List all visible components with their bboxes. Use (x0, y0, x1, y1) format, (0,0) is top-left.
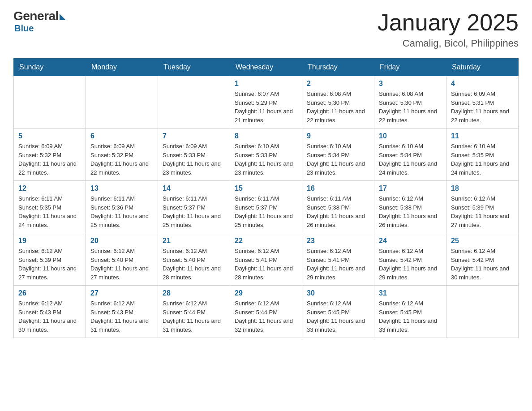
page-header: General Blue January 2025 Camalig, Bicol… (13, 9, 519, 49)
calendar-cell: 15Sunrise: 6:11 AM Sunset: 5:37 PM Dayli… (230, 181, 302, 233)
calendar-table: SundayMondayTuesdayWednesdayThursdayFrid… (13, 58, 519, 338)
day-info: Sunrise: 6:12 AM Sunset: 5:39 PM Dayligh… (18, 247, 81, 282)
calendar-cell: 23Sunrise: 6:12 AM Sunset: 5:41 PM Dayli… (302, 233, 374, 286)
calendar-cell: 1Sunrise: 6:07 AM Sunset: 5:29 PM Daylig… (230, 76, 302, 128)
calendar-cell (14, 76, 86, 128)
logo: General Blue (13, 9, 66, 34)
day-number: 12 (18, 184, 81, 193)
day-number: 8 (235, 132, 297, 140)
calendar-cell: 12Sunrise: 6:11 AM Sunset: 5:35 PM Dayli… (14, 181, 86, 233)
day-info: Sunrise: 6:09 AM Sunset: 5:31 PM Dayligh… (451, 90, 514, 124)
day-info: Sunrise: 6:10 AM Sunset: 5:33 PM Dayligh… (235, 142, 297, 177)
day-info: Sunrise: 6:11 AM Sunset: 5:37 PM Dayligh… (235, 194, 297, 229)
calendar-cell: 26Sunrise: 6:12 AM Sunset: 5:43 PM Dayli… (14, 286, 86, 338)
day-number: 17 (379, 184, 442, 193)
day-number: 20 (90, 237, 153, 245)
day-info: Sunrise: 6:08 AM Sunset: 5:30 PM Dayligh… (379, 90, 442, 124)
day-number: 11 (451, 132, 514, 140)
calendar-week-row: 5Sunrise: 6:09 AM Sunset: 5:32 PM Daylig… (14, 128, 519, 181)
calendar-cell: 14Sunrise: 6:11 AM Sunset: 5:37 PM Dayli… (158, 181, 230, 233)
calendar-cell: 20Sunrise: 6:12 AM Sunset: 5:40 PM Dayli… (86, 233, 158, 286)
day-info: Sunrise: 6:12 AM Sunset: 5:45 PM Dayligh… (307, 299, 369, 334)
day-number: 9 (307, 132, 369, 140)
day-info: Sunrise: 6:10 AM Sunset: 5:34 PM Dayligh… (379, 142, 442, 177)
day-number: 18 (451, 184, 514, 193)
calendar-cell: 30Sunrise: 6:12 AM Sunset: 5:45 PM Dayli… (302, 286, 374, 338)
calendar-cell: 16Sunrise: 6:11 AM Sunset: 5:38 PM Dayli… (302, 181, 374, 233)
calendar-cell: 29Sunrise: 6:12 AM Sunset: 5:44 PM Dayli… (230, 286, 302, 338)
month-title: January 2025 (378, 9, 519, 36)
day-number: 3 (379, 80, 442, 88)
calendar-cell: 19Sunrise: 6:12 AM Sunset: 5:39 PM Dayli… (14, 233, 86, 286)
day-info: Sunrise: 6:11 AM Sunset: 5:36 PM Dayligh… (90, 194, 153, 229)
day-number: 14 (163, 184, 225, 193)
day-number: 15 (235, 184, 297, 193)
day-of-week-header: Saturday (446, 59, 519, 76)
day-number: 6 (90, 132, 153, 140)
calendar-week-row: 19Sunrise: 6:12 AM Sunset: 5:39 PM Dayli… (14, 233, 519, 286)
day-info: Sunrise: 6:12 AM Sunset: 5:38 PM Dayligh… (379, 194, 442, 229)
day-number: 28 (163, 289, 225, 297)
day-number: 4 (451, 80, 514, 88)
day-info: Sunrise: 6:11 AM Sunset: 5:35 PM Dayligh… (18, 194, 81, 229)
day-of-week-header: Wednesday (230, 59, 302, 76)
calendar-cell: 22Sunrise: 6:12 AM Sunset: 5:41 PM Dayli… (230, 233, 302, 286)
day-info: Sunrise: 6:12 AM Sunset: 5:39 PM Dayligh… (451, 194, 514, 229)
calendar-week-row: 26Sunrise: 6:12 AM Sunset: 5:43 PM Dayli… (14, 286, 519, 338)
day-of-week-header: Thursday (302, 59, 374, 76)
calendar-week-row: 12Sunrise: 6:11 AM Sunset: 5:35 PM Dayli… (14, 181, 519, 233)
day-of-week-header: Monday (86, 59, 158, 76)
day-number: 23 (307, 237, 369, 245)
day-of-week-header: Friday (374, 59, 446, 76)
day-info: Sunrise: 6:07 AM Sunset: 5:29 PM Dayligh… (235, 90, 297, 124)
day-number: 5 (18, 132, 81, 140)
day-number: 27 (90, 289, 153, 297)
calendar-cell (158, 76, 230, 128)
calendar-week-row: 1Sunrise: 6:07 AM Sunset: 5:29 PM Daylig… (14, 76, 519, 128)
calendar-cell: 6Sunrise: 6:09 AM Sunset: 5:32 PM Daylig… (86, 128, 158, 181)
calendar-cell: 28Sunrise: 6:12 AM Sunset: 5:44 PM Dayli… (158, 286, 230, 338)
title-section: January 2025 Camalig, Bicol, Philippines (378, 9, 519, 49)
day-info: Sunrise: 6:12 AM Sunset: 5:42 PM Dayligh… (451, 247, 514, 282)
day-info: Sunrise: 6:09 AM Sunset: 5:32 PM Dayligh… (18, 142, 81, 177)
day-number: 16 (307, 184, 369, 193)
calendar-cell: 9Sunrise: 6:10 AM Sunset: 5:34 PM Daylig… (302, 128, 374, 181)
calendar-cell: 13Sunrise: 6:11 AM Sunset: 5:36 PM Dayli… (86, 181, 158, 233)
calendar-cell (86, 76, 158, 128)
day-info: Sunrise: 6:12 AM Sunset: 5:41 PM Dayligh… (307, 247, 369, 282)
calendar-cell: 2Sunrise: 6:08 AM Sunset: 5:30 PM Daylig… (302, 76, 374, 128)
day-number: 19 (18, 237, 81, 245)
logo-triangle-icon (60, 14, 66, 20)
day-info: Sunrise: 6:12 AM Sunset: 5:40 PM Dayligh… (163, 247, 225, 282)
calendar-cell: 3Sunrise: 6:08 AM Sunset: 5:30 PM Daylig… (374, 76, 446, 128)
day-number: 26 (18, 289, 81, 297)
calendar-cell: 24Sunrise: 6:12 AM Sunset: 5:42 PM Dayli… (374, 233, 446, 286)
calendar-cell: 21Sunrise: 6:12 AM Sunset: 5:40 PM Dayli… (158, 233, 230, 286)
day-number: 22 (235, 237, 297, 245)
calendar-cell: 27Sunrise: 6:12 AM Sunset: 5:43 PM Dayli… (86, 286, 158, 338)
day-number: 29 (235, 289, 297, 297)
day-info: Sunrise: 6:12 AM Sunset: 5:40 PM Dayligh… (90, 247, 153, 282)
day-number: 24 (379, 237, 442, 245)
day-number: 2 (307, 80, 369, 88)
calendar-cell: 5Sunrise: 6:09 AM Sunset: 5:32 PM Daylig… (14, 128, 86, 181)
day-info: Sunrise: 6:10 AM Sunset: 5:35 PM Dayligh… (451, 142, 514, 177)
day-number: 30 (307, 289, 369, 297)
day-info: Sunrise: 6:12 AM Sunset: 5:41 PM Dayligh… (235, 247, 297, 282)
calendar-cell: 18Sunrise: 6:12 AM Sunset: 5:39 PM Dayli… (446, 181, 519, 233)
calendar-cell: 10Sunrise: 6:10 AM Sunset: 5:34 PM Dayli… (374, 128, 446, 181)
logo-blue-text: Blue (14, 23, 34, 34)
location-text: Camalig, Bicol, Philippines (378, 38, 519, 49)
day-number: 21 (163, 237, 225, 245)
day-info: Sunrise: 6:08 AM Sunset: 5:30 PM Dayligh… (307, 90, 369, 124)
calendar-cell (446, 286, 519, 338)
day-number: 13 (90, 184, 153, 193)
calendar-cell: 11Sunrise: 6:10 AM Sunset: 5:35 PM Dayli… (446, 128, 519, 181)
day-info: Sunrise: 6:10 AM Sunset: 5:34 PM Dayligh… (307, 142, 369, 177)
day-info: Sunrise: 6:09 AM Sunset: 5:32 PM Dayligh… (90, 142, 153, 177)
day-info: Sunrise: 6:11 AM Sunset: 5:37 PM Dayligh… (163, 194, 225, 229)
day-number: 1 (235, 80, 297, 88)
day-number: 7 (163, 132, 225, 140)
day-info: Sunrise: 6:09 AM Sunset: 5:33 PM Dayligh… (163, 142, 225, 177)
calendar-cell: 25Sunrise: 6:12 AM Sunset: 5:42 PM Dayli… (446, 233, 519, 286)
